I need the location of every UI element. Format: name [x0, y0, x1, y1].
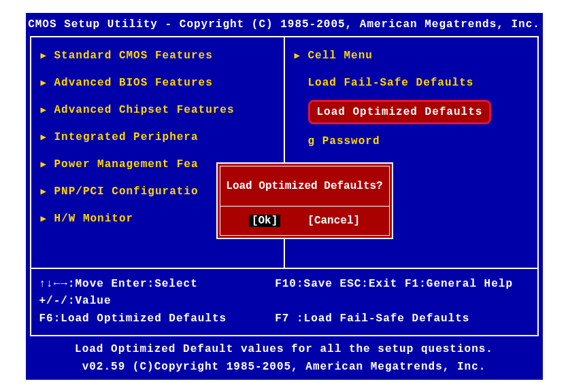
submenu-arrow-icon: ▶: [41, 158, 49, 170]
submenu-arrow-icon: ▶: [41, 77, 49, 88]
submenu-arrow-icon: ▶: [41, 50, 49, 61]
submenu-arrow-icon: ▶: [295, 50, 303, 61]
menu-item-label: Load Fail-Safe Defaults: [308, 77, 474, 89]
help-line-1-left: ↑↓←→:Move Enter:Select +/-/:Value: [39, 276, 274, 310]
help-line-2-right: F7 :Load Fail-Safe Defaults: [275, 310, 529, 328]
help-line-2-left: F6:Load Optimized Defaults: [39, 310, 274, 328]
menu-item-label: Integrated Periphera: [54, 131, 199, 143]
right-menu-item-1[interactable]: ▶Load Fail-Safe Defaults: [295, 77, 532, 89]
left-menu-item-3[interactable]: ▶Integrated Periphera: [41, 131, 278, 143]
left-menu-item-0[interactable]: ▶Standard CMOS Features: [41, 50, 278, 62]
menu-item-label: Standard CMOS Features: [54, 50, 213, 62]
menu-item-label: Load Optimized Defaults: [308, 100, 492, 124]
menu-item-label: H/W Monitor: [54, 213, 134, 225]
dialog-message: Load Optimized Defaults?: [220, 166, 389, 207]
confirm-dialog: Load Optimized Defaults? [Ok] [Cancel]: [216, 162, 393, 239]
ok-button[interactable]: [Ok]: [249, 215, 280, 227]
menu-item-label: Cell Menu: [308, 50, 373, 62]
left-menu-item-2[interactable]: ▶Advanced Chipset Features: [41, 104, 278, 116]
submenu-arrow-icon: ▶: [41, 131, 49, 143]
menu-item-label: Advanced BIOS Features: [54, 77, 213, 89]
help-line-1-right: F10:Save ESC:Exit F1:General Help: [275, 276, 529, 310]
bios-setup-screen: CMOS Setup Utility - Copyright (C) 1985-…: [26, 13, 543, 380]
right-menu-item-0[interactable]: ▶Cell Menu: [295, 50, 532, 62]
header-title: CMOS Setup Utility - Copyright (C) 1985-…: [26, 13, 543, 36]
dialog-button-row: [Ok] [Cancel]: [220, 207, 389, 235]
submenu-arrow-icon: ▶: [41, 185, 49, 197]
menu-item-label: PNP/PCI Configuratio: [54, 185, 199, 198]
footer-help-bar: ↑↓←→:Move Enter:Select +/-/:Value F10:Sa…: [30, 268, 539, 336]
submenu-arrow-icon: ▶: [41, 213, 49, 224]
copyright-line: v02.59 (C)Copyright 1985-2005, American …: [26, 358, 543, 380]
footer-message: Load Optimized Default values for all th…: [26, 336, 543, 358]
submenu-arrow-icon: ▶: [41, 104, 49, 115]
menu-item-label: Power Management Fea: [54, 158, 199, 171]
cancel-button[interactable]: [Cancel]: [307, 215, 360, 227]
right-menu-item-2[interactable]: ▶Load Optimized Defaults: [295, 104, 532, 120]
left-menu-item-1[interactable]: ▶Advanced BIOS Features: [41, 77, 278, 89]
menu-item-label: Advanced Chipset Features: [54, 104, 235, 116]
right-menu-item-3[interactable]: ▶g Password: [295, 135, 532, 147]
menu-item-label: g Password: [308, 135, 380, 147]
